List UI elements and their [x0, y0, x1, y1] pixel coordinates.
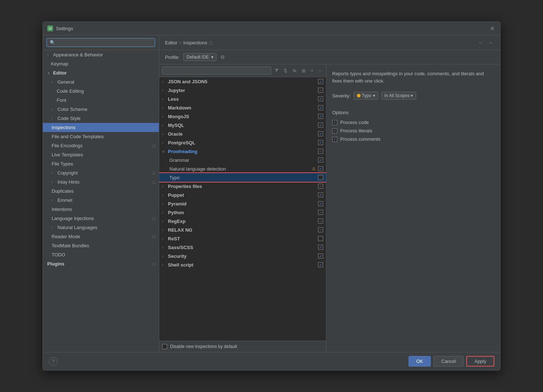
remove-inspection-icon[interactable]: − [317, 67, 323, 75]
sidebar-item-keymap[interactable]: Keymap [43, 59, 159, 68]
inspection-item-name: Typo [169, 175, 316, 180]
sidebar-item-file-code-templates[interactable]: File and Code Templates [43, 132, 159, 141]
chevron-right-icon: › [52, 180, 55, 184]
inspection-checkbox[interactable]: ✓ [318, 105, 323, 110]
sidebar-item-color-scheme[interactable]: › Color Scheme [43, 105, 159, 114]
inspection-checkbox[interactable]: ✓ [318, 123, 323, 128]
process-code-checkbox[interactable]: ✓ [332, 120, 337, 125]
sidebar-item-code-editing[interactable]: Code Editing [43, 87, 159, 96]
close-button[interactable]: ✕ [488, 25, 496, 32]
list-item[interactable]: › Jupyter − [159, 86, 326, 95]
inspection-checkbox[interactable]: − [318, 149, 323, 154]
inspection-checkbox[interactable]: ✓ [318, 201, 323, 206]
list-item[interactable]: › MongoJS ✓ [159, 112, 326, 121]
ok-button[interactable]: OK [409, 356, 431, 367]
sidebar-item-intentions[interactable]: Intentions [43, 205, 159, 214]
sidebar-item-appearance[interactable]: › Appearance & Behavior [43, 50, 159, 59]
sidebar-item-reader-mode[interactable]: Reader Mode □ [43, 232, 159, 241]
inspection-checkbox[interactable] [318, 236, 323, 241]
sidebar-item-plugins[interactable]: Plugins □ [43, 259, 159, 268]
severity-dropdown[interactable]: Typo ▾ [354, 92, 378, 100]
inspection-checkbox[interactable]: ✓ [318, 131, 323, 136]
inspection-checkbox[interactable]: ✓ [318, 166, 323, 171]
gear-button[interactable]: ⚙ [220, 54, 225, 60]
scope-dropdown[interactable]: In All Scopes ▾ [381, 92, 417, 100]
sidebar-item-inlay-hints[interactable]: › Inlay Hints □ [43, 177, 159, 187]
copyright-badge: □ [153, 171, 155, 175]
forward-button[interactable]: → [486, 39, 494, 46]
sidebar-item-todo[interactable]: TODO [43, 250, 159, 259]
inspection-group-name: Shell script [168, 262, 316, 268]
chevron-right-icon: › [162, 211, 166, 215]
inspection-checkbox[interactable]: ✓ [318, 114, 323, 119]
help-button[interactable]: ? [49, 357, 57, 366]
inspection-checkbox[interactable]: ✓ [318, 157, 323, 163]
sidebar-item-emmet[interactable]: › Emmet [43, 196, 159, 205]
process-literals-checkbox[interactable]: ✓ [332, 128, 337, 133]
inspection-checkbox[interactable]: ✓ [318, 262, 323, 267]
apply-button[interactable]: Apply [466, 356, 494, 367]
sidebar-item-general[interactable]: › General [43, 77, 159, 87]
filter-icon[interactable]: ⧩ [273, 67, 280, 75]
sidebar-item-natural-languages[interactable]: › Natural Languages [43, 223, 159, 232]
list-item[interactable]: › JSON and JSON5 ✓ [159, 77, 326, 86]
disable-inspections-checkbox[interactable] [162, 344, 167, 349]
list-item[interactable]: › Properties files − [159, 182, 326, 191]
inspection-checkbox[interactable]: ✓ [318, 192, 323, 197]
sidebar-item-font[interactable]: Font [43, 96, 159, 105]
list-item[interactable]: › Security ✓ [159, 252, 326, 260]
sidebar-item-inspections[interactable]: Inspections □ [43, 123, 159, 132]
sidebar-item-duplicates[interactable]: Duplicates [43, 187, 159, 196]
list-item[interactable]: › Puppet ✓ [159, 191, 326, 199]
list-item[interactable]: Natural language detection ⚠ ✓ [159, 164, 326, 173]
sidebar-item-live-templates[interactable]: Live Templates [43, 150, 159, 159]
sidebar-item-copyright[interactable]: › Copyright □ [43, 168, 159, 177]
list-item[interactable]: › MySQL ✓ [159, 121, 326, 129]
inspection-search-input[interactable] [162, 67, 271, 75]
sidebar-item-code-style[interactable]: › Code Style [43, 114, 159, 123]
sort-desc-icon[interactable]: ⇆ [291, 67, 298, 75]
profile-dropdown[interactable]: Default IDE ▾ [183, 53, 216, 61]
typo-inspection-item[interactable]: Typo [159, 173, 326, 182]
expand-all-icon[interactable]: ⊞ [300, 67, 307, 75]
sidebar-item-editor[interactable]: ∨ Editor [43, 68, 159, 77]
list-item[interactable]: › ReST [159, 234, 326, 243]
inspection-checkbox[interactable]: − [318, 219, 323, 224]
cancel-button[interactable]: Cancel [434, 356, 463, 367]
sidebar-item-textmate-bundles[interactable]: TextMate Bundles [43, 241, 159, 250]
list-item[interactable]: › Shell script ✓ [159, 260, 326, 269]
inspection-checkbox[interactable]: ✓ [318, 245, 323, 250]
inspection-checkbox[interactable]: − [318, 227, 323, 232]
back-button[interactable]: ← [477, 39, 485, 46]
inspection-checkbox[interactable]: − [318, 184, 323, 189]
sidebar-item-language-injections[interactable]: Language Injections □ [43, 214, 159, 223]
inspection-checkbox[interactable]: ✓ [318, 79, 323, 84]
list-item[interactable]: ∨ Proofreading − [159, 147, 326, 156]
list-item[interactable]: Grammar ✓ [159, 156, 326, 164]
sidebar-item-label: Color Scheme [57, 107, 87, 112]
process-comments-checkbox[interactable]: ✓ [332, 137, 337, 142]
inspection-checkbox[interactable] [318, 175, 323, 180]
list-item[interactable]: › Markdown ✓ [159, 103, 326, 112]
add-inspection-icon[interactable]: + [309, 67, 315, 75]
inspection-checkbox[interactable]: ✓ [318, 96, 323, 101]
list-item[interactable]: › RELAX NG − [159, 225, 326, 234]
inspection-checkbox[interactable]: − [318, 210, 323, 215]
list-item[interactable]: › Oracle ✓ [159, 129, 326, 138]
inspection-group-name: Security [168, 253, 316, 259]
sort-asc-icon[interactable]: ⇅ [282, 67, 289, 75]
list-item[interactable]: › Pyramid ✓ [159, 199, 326, 208]
sidebar-item-file-types[interactable]: File Types [43, 159, 159, 168]
sidebar-item-file-encodings[interactable]: File Encodings □ [43, 141, 159, 150]
right-panel: Reports typos and misspellings in your c… [326, 64, 500, 352]
list-item[interactable]: › Python − [159, 208, 326, 217]
inspection-checkbox[interactable]: ✓ [318, 253, 323, 259]
list-item[interactable]: › Less ✓ [159, 95, 326, 103]
list-item[interactable]: › RegExp − [159, 217, 326, 225]
list-item[interactable]: › PostgreSQL ✓ [159, 138, 326, 147]
list-item[interactable]: › Sass/SCSS ✓ [159, 243, 326, 252]
chevron-right-icon: › [52, 225, 55, 229]
sidebar-search-input[interactable] [47, 38, 155, 47]
inspection-checkbox[interactable]: ✓ [318, 140, 323, 145]
inspection-checkbox[interactable]: − [318, 88, 323, 93]
